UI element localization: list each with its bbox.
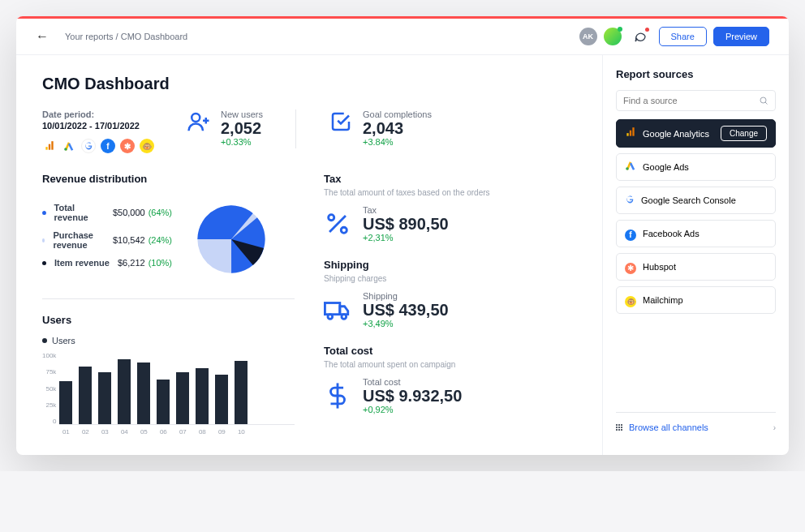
- source-search[interactable]: [616, 90, 776, 111]
- date-value: 10/01/2022 - 17/01/2022: [42, 121, 154, 131]
- browse-label: Browse all channels: [629, 423, 708, 432]
- total-value: US$ 9.932,50: [363, 387, 462, 405]
- source-icon: [625, 127, 636, 141]
- source-name: Facebook Ads: [643, 229, 767, 238]
- kpi-delta: +3.84%: [363, 137, 432, 147]
- legend-row: Purchase revenue$10,542 (24%): [42, 230, 172, 250]
- bar: [196, 368, 209, 424]
- kpi-row: Date period: 10/01/2022 - 17/01/2022 f ✱…: [42, 109, 576, 153]
- source-item-google-search-console[interactable]: Google Search Console: [616, 187, 776, 214]
- tax-delta: +2,31%: [363, 233, 449, 242]
- revenue-title: Revenue distribution: [42, 173, 295, 185]
- svg-rect-1: [49, 144, 50, 150]
- bar: [215, 375, 228, 424]
- source-icon: f: [625, 226, 636, 241]
- legend-row: Item revenue$6,212 (10%): [42, 258, 172, 268]
- kpi-value: 2,052: [221, 119, 263, 137]
- kpi-value: 2,043: [363, 119, 432, 137]
- right-column: Tax The total amount of taxes based on t…: [324, 173, 576, 435]
- users-legend: Users: [42, 336, 295, 345]
- tax-subtitle: The total amount of taxes based on the o…: [324, 188, 576, 197]
- tax-value: US$ 890,50: [363, 215, 449, 233]
- total-label: Total cost: [363, 377, 462, 387]
- google-analytics-icon: [42, 139, 57, 153]
- user-plus-icon: [187, 109, 211, 134]
- source-name: Hubspot: [643, 262, 767, 272]
- svg-rect-9: [325, 303, 339, 315]
- sidebar-title: Report sources: [616, 68, 776, 80]
- facebook-icon: f: [101, 139, 115, 153]
- header-actions: AK Share Preview: [579, 27, 769, 46]
- shipping-delta: +3,49%: [363, 319, 449, 328]
- bar: [118, 359, 131, 424]
- change-button[interactable]: Change: [721, 126, 767, 141]
- users-bar-chart: 100k75k50k25k0 01020304050607080910: [42, 352, 295, 435]
- source-item-google-ads[interactable]: Google Ads: [616, 153, 776, 181]
- bar: [157, 380, 170, 424]
- tax-section: Tax The total amount of taxes based on t…: [324, 173, 576, 242]
- svg-rect-0: [45, 147, 47, 150]
- source-item-mailchimp[interactable]: 🐵Mailchimp: [616, 286, 776, 314]
- revenue-pie-chart: [187, 195, 276, 284]
- bar: [59, 381, 72, 424]
- bar: [176, 372, 189, 424]
- svg-rect-16: [630, 130, 631, 135]
- share-button[interactable]: Share: [659, 27, 707, 46]
- shipping-value: US$ 439,50: [363, 301, 449, 319]
- avatar-user[interactable]: [604, 28, 622, 45]
- svg-point-18: [626, 167, 629, 170]
- tax-label: Tax: [363, 205, 449, 215]
- avatar-ak[interactable]: AK: [579, 28, 597, 45]
- source-name: Google Analytics: [643, 129, 714, 139]
- date-period: Date period: 10/01/2022 - 17/01/2022 f ✱…: [42, 109, 154, 153]
- chat-icon[interactable]: [633, 29, 648, 44]
- svg-rect-2: [51, 141, 53, 150]
- bar: [79, 367, 92, 424]
- chevron-right-icon: ›: [773, 423, 776, 432]
- grid-icon: [616, 424, 622, 431]
- svg-rect-15: [626, 133, 628, 136]
- google-ads-icon: [62, 139, 76, 153]
- total-title: Total cost: [324, 345, 576, 357]
- bar: [137, 363, 150, 424]
- main-content: CMO Dashboard Date period: 10/01/2022 - …: [16, 55, 602, 455]
- preview-button[interactable]: Preview: [713, 27, 769, 46]
- source-icon: [625, 160, 636, 174]
- date-label: Date period:: [42, 109, 154, 119]
- source-item-hubspot[interactable]: ✱Hubspot: [616, 253, 776, 281]
- total-delta: +0,92%: [363, 405, 462, 414]
- back-button[interactable]: ←: [36, 29, 49, 44]
- separator: [295, 109, 296, 148]
- search-input[interactable]: [623, 96, 759, 105]
- kpi-new-users: New users 2,052 +0.33%: [187, 109, 263, 153]
- source-icon: 🐵: [625, 293, 636, 307]
- left-column: Revenue distribution Total revenue$50,00…: [42, 173, 295, 435]
- kpi-label: New users: [221, 109, 263, 119]
- source-item-facebook-ads[interactable]: fFacebook Ads: [616, 220, 776, 247]
- page-title: CMO Dashboard: [42, 75, 576, 93]
- truck-icon: [324, 296, 351, 324]
- header: ← Your reports / CMO Dashboard AK Share …: [16, 19, 789, 55]
- legend-row: Total revenue$50,000 (64%): [42, 203, 172, 222]
- mailchimp-icon: 🐵: [140, 139, 154, 153]
- source-item-google-analytics[interactable]: Google AnalyticsChange: [616, 119, 776, 148]
- search-icon: [759, 96, 768, 105]
- tax-title: Tax: [324, 173, 576, 185]
- svg-point-11: [342, 315, 347, 320]
- svg-point-7: [329, 215, 334, 221]
- source-icon: [625, 193, 635, 208]
- source-name: Google Search Console: [641, 195, 767, 205]
- kpi-delta: +0.33%: [221, 137, 263, 147]
- users-title: Users: [42, 314, 295, 326]
- svg-point-8: [341, 227, 347, 233]
- total-subtitle: The total amount spent on campaign: [324, 360, 576, 369]
- browse-all-channels[interactable]: Browse all channels ›: [616, 412, 776, 442]
- sidebar: Report sources Google AnalyticsChangeGoo…: [602, 55, 789, 455]
- dollar-icon: [324, 382, 351, 410]
- svg-point-13: [760, 97, 766, 103]
- app-window: ← Your reports / CMO Dashboard AK Share …: [16, 16, 789, 455]
- source-name: Google Ads: [643, 162, 767, 172]
- kpi-goal-completions: Goal completions 2,043 +3.84%: [329, 109, 432, 153]
- revenue-legend: Total revenue$50,000 (64%)Purchase reven…: [42, 203, 172, 276]
- breadcrumb[interactable]: Your reports / CMO Dashboard: [65, 32, 579, 41]
